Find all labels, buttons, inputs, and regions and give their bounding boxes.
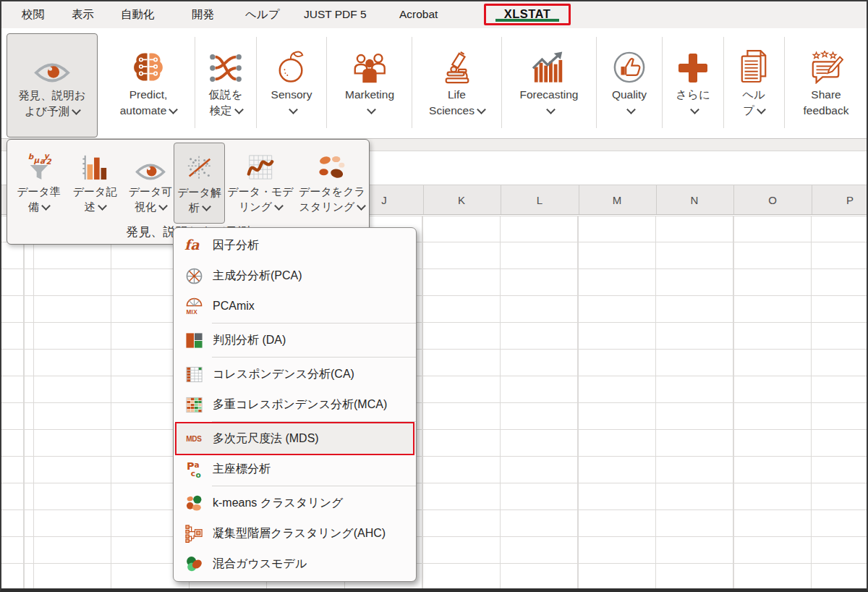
menu-tab-review[interactable]: 校閲 bbox=[22, 1, 44, 28]
panel-button-describe-data[interactable]: データ記 述 bbox=[68, 143, 122, 224]
panel-button-analyze-data[interactable]: データ解 析 bbox=[174, 143, 225, 224]
column-header[interactable]: O bbox=[733, 185, 812, 214]
documents-icon bbox=[725, 33, 783, 84]
menu-item-pcamix[interactable]: MIX PCAmix bbox=[174, 291, 416, 321]
ribbon-button-sensory[interactable]: Sensory bbox=[258, 33, 326, 138]
ribbon-label: Sensory bbox=[271, 88, 312, 101]
column-header-label: L bbox=[537, 194, 542, 206]
menu-item-agglomerative-hierarchical-clustering[interactable]: 凝集型階層クラスタリング(AHC) bbox=[174, 518, 416, 549]
thumbs-up-icon bbox=[597, 33, 661, 84]
ribbon-button-more[interactable]: さらに bbox=[663, 33, 723, 138]
ribbon-button-share-feedback[interactable]: Share feedback bbox=[786, 33, 867, 138]
brain-icon bbox=[103, 33, 194, 84]
ribbon-button-help[interactable]: ヘル プ bbox=[725, 33, 783, 138]
menu-item-factor-analysis[interactable]: fa 因子分析 bbox=[174, 230, 416, 261]
funnel-icon: b y μ a 2 bbox=[11, 143, 67, 182]
menu-item-principal-coordinate-analysis[interactable]: P a c o 主座標分析 bbox=[174, 454, 416, 484]
people-icon bbox=[328, 33, 411, 84]
panel-label: データ解 bbox=[177, 186, 221, 198]
mca-table-icon bbox=[183, 394, 205, 415]
feedback-icon bbox=[786, 33, 867, 84]
menu-item-label: 凝集型階層クラスタリング(AHC) bbox=[213, 526, 386, 541]
ribbon-button-quality[interactable]: Quality bbox=[597, 33, 661, 138]
panel-button-cluster-data[interactable]: データをクラ スタリング bbox=[296, 143, 368, 224]
scatter-plot-icon bbox=[174, 143, 224, 182]
menu-item-label: 因子分析 bbox=[213, 238, 259, 253]
column-header[interactable]: N bbox=[655, 185, 734, 214]
chevron-down-icon bbox=[626, 105, 636, 114]
ribbon-label: Forecasting bbox=[520, 88, 579, 101]
panel-label: 視化 bbox=[135, 200, 156, 213]
mds-icon: MDS bbox=[183, 428, 205, 449]
ribbon-button-predict-automate[interactable]: Predict, automate bbox=[103, 33, 194, 138]
divider bbox=[662, 37, 663, 128]
svg-text:a: a bbox=[39, 156, 45, 165]
chevron-down-icon bbox=[41, 201, 51, 211]
ribbon-label: 仮説を bbox=[209, 88, 243, 101]
menu-tab-acrobat[interactable]: Acrobat bbox=[399, 1, 438, 28]
microscope-icon bbox=[413, 33, 501, 84]
column-header-label: J bbox=[381, 194, 387, 206]
menu-tab-view[interactable]: 表示 bbox=[72, 1, 94, 28]
shuffle-icon bbox=[196, 33, 255, 84]
ribbon-label: 発見、説明お bbox=[18, 89, 85, 101]
ribbon-button-forecasting[interactable]: Forecasting bbox=[503, 33, 595, 138]
menu-tab-help[interactable]: ヘルプ bbox=[245, 1, 280, 28]
orange-fruit-icon bbox=[258, 33, 326, 84]
chevron-down-icon bbox=[289, 105, 298, 114]
menu-item-multiple-correspondence-analysis[interactable]: 多重コレスポンデンス分析(MCA) bbox=[174, 389, 416, 420]
column-header[interactable]: K bbox=[422, 185, 501, 214]
divider bbox=[212, 486, 416, 486]
panel-button-visualize-data[interactable]: データ可 視化 bbox=[123, 143, 178, 224]
ribbon-label: automate bbox=[120, 104, 167, 117]
menu-item-label: 混合ガウスモデル bbox=[213, 557, 307, 572]
menu-item-correspondence-analysis[interactable]: コレスポンデンス分析(CA) bbox=[174, 359, 416, 389]
menu-item-kmeans-clustering[interactable]: k-means クラスタリング bbox=[174, 488, 416, 518]
menu-tab-xlstat-red-box[interactable]: XLSTAT bbox=[484, 4, 571, 25]
svg-text:o: o bbox=[195, 470, 200, 478]
divider bbox=[212, 323, 416, 324]
sheet-grid[interactable] bbox=[1, 216, 867, 590]
ribbon-button-life-sciences[interactable]: Life Sciences bbox=[413, 33, 501, 138]
divider bbox=[784, 37, 785, 128]
panel-button-prepare-data[interactable]: b y μ a 2 データ準 備 bbox=[11, 143, 67, 224]
ribbon-button-test-hypotheses[interactable]: 仮説を 検定 bbox=[196, 33, 255, 138]
ribbon-label: 検定 bbox=[210, 104, 232, 117]
column-header[interactable]: L bbox=[501, 185, 579, 214]
ribbon-button-marketing[interactable]: Marketing bbox=[328, 33, 411, 138]
menu-item-multidimensional-scaling[interactable]: MDS 多次元尺度法 (MDS) bbox=[174, 423, 416, 454]
chevron-down-icon bbox=[690, 105, 699, 114]
panel-label: 析 bbox=[189, 201, 200, 213]
ribbon-label: ヘル bbox=[742, 88, 765, 101]
plus-icon bbox=[663, 33, 723, 84]
column-header[interactable]: M bbox=[578, 185, 657, 214]
ribbon-label: よび予測 bbox=[25, 105, 70, 117]
column-header[interactable]: P bbox=[811, 185, 868, 214]
chevron-down-icon bbox=[202, 202, 211, 211]
ribbon-label: プ bbox=[743, 104, 754, 117]
panel-label: リング bbox=[239, 200, 272, 213]
divider bbox=[412, 37, 412, 128]
ribbon-label: Marketing bbox=[345, 88, 394, 101]
menu-item-label: 多次元尺度法 (MDS) bbox=[213, 431, 319, 447]
ribbon-label: Share bbox=[811, 88, 841, 101]
menu-item-pca[interactable]: 主成分分析(PCA) bbox=[174, 261, 416, 291]
menu-tab-just-pdf[interactable]: JUST PDF 5 bbox=[304, 1, 367, 28]
panel-button-model-data[interactable]: データ・モデ リング bbox=[226, 143, 294, 224]
menu-item-label: 主座標分析 bbox=[213, 462, 271, 477]
divider bbox=[596, 37, 597, 128]
menu-tab-automate[interactable]: 自動化 bbox=[121, 1, 155, 28]
chevron-down-icon bbox=[757, 105, 766, 114]
ribbon-button-discover-explain-predict[interactable]: 発見、説明お よび予測 bbox=[7, 33, 98, 138]
xlstat-active-underline bbox=[495, 19, 559, 22]
menu-item-label: 判別分析 (DA) bbox=[213, 333, 286, 348]
svg-text:MIX: MIX bbox=[186, 309, 197, 316]
menu-tab-developer[interactable]: 開発 bbox=[192, 1, 214, 28]
panel-label: データ可 bbox=[129, 185, 173, 198]
menu-item-discriminant-analysis[interactable]: 判別分析 (DA) bbox=[174, 325, 416, 355]
menu-item-gaussian-mixture-model[interactable]: 混合ガウスモデル bbox=[174, 549, 416, 579]
chevron-down-icon bbox=[169, 105, 178, 114]
menu-item-label: 多重コレスポンデンス分析(MCA) bbox=[213, 397, 387, 413]
divider bbox=[256, 37, 257, 128]
column-header-label: N bbox=[691, 194, 699, 206]
